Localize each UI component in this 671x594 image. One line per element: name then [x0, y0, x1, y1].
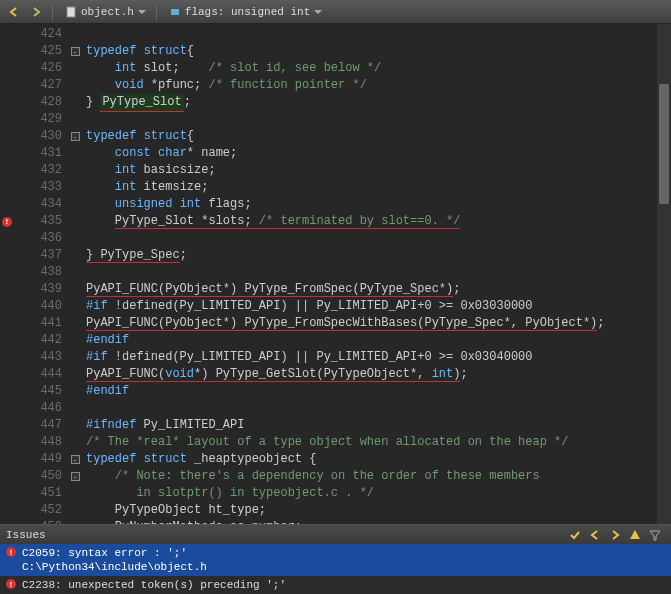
- code-line[interactable]: /* Note: there's a dependency on the ord…: [86, 468, 671, 485]
- error-cell: [0, 247, 14, 264]
- line-number: 438: [14, 264, 62, 281]
- fold-cell: [68, 179, 82, 196]
- code-line[interactable]: #endif: [86, 332, 671, 349]
- fold-cell[interactable]: -: [68, 43, 82, 60]
- line-number: 430: [14, 128, 62, 145]
- line-number: 443: [14, 349, 62, 366]
- fold-cell: [68, 162, 82, 179]
- code-line[interactable]: #if !defined(Py_LIMITED_API) || Py_LIMIT…: [86, 349, 671, 366]
- code-line[interactable]: void *pfunc; /* function pointer */: [86, 77, 671, 94]
- line-number: 448: [14, 434, 62, 451]
- issue-text: C2238: unexpected token(s) preceding ';': [22, 578, 286, 592]
- field-icon: [169, 6, 181, 18]
- fold-cell[interactable]: -: [68, 128, 82, 145]
- file-tab[interactable]: object.h: [57, 4, 152, 20]
- fold-cell: [68, 196, 82, 213]
- symbol-tab[interactable]: flags: unsigned int: [161, 4, 328, 20]
- file-icon: [65, 6, 77, 18]
- line-number: 444: [14, 366, 62, 383]
- error-cell: [0, 502, 14, 519]
- code-line[interactable]: int itemsize;: [86, 179, 671, 196]
- error-cell: [0, 298, 14, 315]
- code-area[interactable]: typedef struct{ int slot; /* slot id, se…: [82, 24, 671, 524]
- code-line[interactable]: typedef struct _heaptypeobject {: [86, 451, 671, 468]
- code-line[interactable]: PyAPI_FUNC(PyObject*) PyType_FromSpec(Py…: [86, 281, 671, 298]
- line-number: 431: [14, 145, 62, 162]
- error-cell: !: [0, 213, 14, 230]
- code-line[interactable]: [86, 400, 671, 417]
- nav-forward-button[interactable]: [26, 3, 46, 21]
- error-cell: [0, 179, 14, 196]
- line-number: 445: [14, 383, 62, 400]
- error-cell: [0, 332, 14, 349]
- scrollbar-thumb[interactable]: [659, 84, 669, 204]
- issues-next-button[interactable]: [606, 527, 624, 543]
- fold-toggle-icon: -: [71, 132, 80, 141]
- issue-row[interactable]: !C2059: syntax error : ';'C:\Python34\in…: [0, 544, 671, 576]
- code-line[interactable]: typedef struct{: [86, 128, 671, 145]
- symbol-tab-label: flags: unsigned int: [185, 6, 310, 18]
- code-line[interactable]: [86, 230, 671, 247]
- issue-row[interactable]: !C2238: unexpected token(s) preceding ';…: [0, 576, 671, 594]
- error-cell: [0, 111, 14, 128]
- line-number: 451: [14, 485, 62, 502]
- line-number: 452: [14, 502, 62, 519]
- code-line[interactable]: #if !defined(Py_LIMITED_API) || Py_LIMIT…: [86, 298, 671, 315]
- code-line[interactable]: } PyType_Slot;: [86, 94, 671, 111]
- file-tab-label: object.h: [81, 6, 134, 18]
- line-number: 441: [14, 315, 62, 332]
- line-number: 442: [14, 332, 62, 349]
- issues-list: !C2059: syntax error : ';'C:\Python34\in…: [0, 544, 671, 594]
- code-line[interactable]: PyNumberMethods as_number;: [86, 519, 671, 524]
- error-cell: [0, 315, 14, 332]
- line-number: 434: [14, 196, 62, 213]
- code-line[interactable]: } PyType_Spec;: [86, 247, 671, 264]
- fold-cell: [68, 298, 82, 315]
- code-line[interactable]: int slot; /* slot id, see below */: [86, 60, 671, 77]
- code-line[interactable]: #ifndef Py_LIMITED_API: [86, 417, 671, 434]
- issues-warning-button[interactable]: [626, 527, 644, 543]
- nav-back-button[interactable]: [4, 3, 24, 21]
- fold-cell: [68, 213, 82, 230]
- code-line[interactable]: [86, 111, 671, 128]
- error-cell: [0, 400, 14, 417]
- issues-prev-button[interactable]: [586, 527, 604, 543]
- fold-cell: [68, 77, 82, 94]
- code-line[interactable]: PyType_Slot *slots; /* terminated by slo…: [86, 213, 671, 230]
- fold-cell: [68, 349, 82, 366]
- line-number: 439: [14, 281, 62, 298]
- error-icon: !: [6, 547, 16, 557]
- issues-filter-button[interactable]: [646, 527, 664, 543]
- error-cell: [0, 60, 14, 77]
- line-number: 426: [14, 60, 62, 77]
- issue-text: C2059: syntax error : ';'C:\Python34\inc…: [22, 546, 207, 574]
- error-cell: [0, 162, 14, 179]
- code-line[interactable]: [86, 26, 671, 43]
- error-cell: [0, 434, 14, 451]
- error-cell: [0, 230, 14, 247]
- code-line[interactable]: [86, 264, 671, 281]
- code-line[interactable]: PyAPI_FUNC(void*) PyType_GetSlot(PyTypeO…: [86, 366, 671, 383]
- line-number: 427: [14, 77, 62, 94]
- code-line[interactable]: in slotptr() in typeobject.c . */: [86, 485, 671, 502]
- code-line[interactable]: typedef struct{: [86, 43, 671, 60]
- error-cell: [0, 145, 14, 162]
- fold-cell: [68, 111, 82, 128]
- fold-cell: [68, 400, 82, 417]
- code-line[interactable]: /* The *real* layout of a type object wh…: [86, 434, 671, 451]
- error-cell: [0, 468, 14, 485]
- svg-rect-0: [67, 7, 75, 17]
- fold-cell[interactable]: -: [68, 468, 82, 485]
- code-line[interactable]: PyTypeObject ht_type;: [86, 502, 671, 519]
- issues-clear-button[interactable]: [566, 527, 584, 543]
- code-line[interactable]: int basicsize;: [86, 162, 671, 179]
- line-number: 429: [14, 111, 62, 128]
- code-line[interactable]: #endif: [86, 383, 671, 400]
- fold-cell[interactable]: -: [68, 451, 82, 468]
- fold-toggle-icon: -: [71, 47, 80, 56]
- code-line[interactable]: const char* name;: [86, 145, 671, 162]
- vertical-scrollbar[interactable]: [657, 24, 671, 524]
- code-line[interactable]: unsigned int flags;: [86, 196, 671, 213]
- code-line[interactable]: PyAPI_FUNC(PyObject*) PyType_FromSpecWit…: [86, 315, 671, 332]
- code-editor[interactable]: ! 42442542642742842943043143243343443543…: [0, 24, 671, 524]
